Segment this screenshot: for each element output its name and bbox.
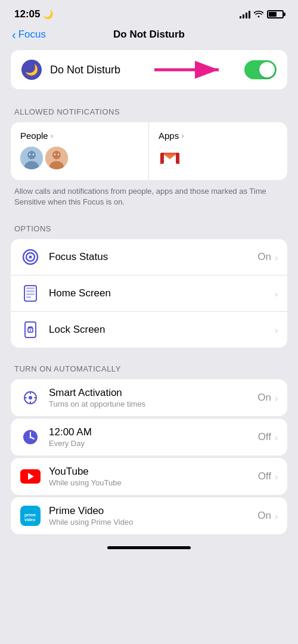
people-cell-title: People ›	[20, 131, 139, 141]
back-button[interactable]: ‹ Focus	[12, 29, 46, 41]
apps-label: Apps	[159, 131, 179, 141]
apps-chevron-icon: ›	[181, 131, 184, 140]
schedule-chevron-icon: ›	[275, 432, 278, 442]
prime-video-subtitle: While using Prime Video	[49, 518, 257, 527]
status-time: 12:05 🌙	[14, 8, 53, 20]
lock-screen-text: Lock Screen	[49, 324, 275, 336]
svg-point-3	[27, 151, 36, 159]
avatar-2	[45, 147, 68, 169]
smart-activation-title: Smart Activation	[49, 387, 257, 399]
svg-point-28	[30, 330, 31, 331]
schedule-icon	[20, 427, 41, 447]
youtube-title: YouTube	[49, 466, 258, 478]
wifi-icon	[254, 10, 263, 19]
navigation-bar: ‹ Focus Do Not Disturb	[0, 24, 298, 50]
prime-video-icon: prime video	[20, 506, 41, 526]
smart-activation-right: On ›	[257, 392, 278, 404]
youtube-value: Off	[258, 470, 271, 482]
youtube-card: YouTube While using YouTube Off ›	[11, 458, 287, 495]
home-screen-right: ›	[275, 289, 278, 299]
allowed-notifications-label: ALLOWED NOTIFICATIONS	[11, 107, 287, 116]
back-label: Focus	[18, 29, 46, 41]
status-icons	[240, 10, 284, 19]
people-chevron-icon: ›	[51, 131, 53, 140]
arrow-indicator	[154, 59, 226, 80]
focus-status-text: Focus Status	[49, 251, 257, 263]
status-bar: 12:05 🌙	[0, 0, 298, 24]
schedule-subtitle: Every Day	[49, 439, 258, 448]
dnd-card-left: 🌙 Do Not Disturb	[21, 60, 120, 80]
allowed-note: Allow calls and notifications from peopl…	[11, 186, 287, 208]
svg-text:video: video	[24, 518, 35, 522]
avatar-1	[20, 147, 43, 169]
schedule-item[interactable]: 12:00 AM Every Day Off ›	[11, 419, 287, 456]
options-section-label: OPTIONS	[11, 224, 287, 233]
svg-point-39	[30, 436, 32, 438]
home-screen-chevron-icon: ›	[275, 289, 278, 299]
smart-activation-text: Smart Activation Turns on at opportune t…	[49, 387, 257, 408]
svg-rect-16	[161, 153, 164, 163]
smart-activation-value: On	[257, 392, 271, 404]
svg-rect-25	[26, 296, 31, 298]
prime-video-title: Prime Video	[49, 505, 257, 517]
people-cell[interactable]: People ›	[11, 122, 149, 180]
prime-video-value: On	[257, 510, 271, 522]
home-screen-icon	[20, 283, 41, 304]
lock-screen-item[interactable]: Lock Screen ›	[11, 311, 287, 348]
focus-status-icon	[20, 247, 41, 267]
svg-rect-22	[26, 287, 35, 289]
lock-screen-right: ›	[275, 325, 278, 335]
youtube-icon	[20, 466, 41, 487]
svg-point-5	[29, 154, 30, 155]
svg-rect-23	[26, 290, 35, 292]
dnd-toggle[interactable]	[244, 60, 277, 79]
smart-activation-item[interactable]: Smart Activation Turns on at opportune t…	[11, 379, 287, 416]
signal-icon	[240, 10, 250, 18]
options-list: Focus Status On › Home Screen	[11, 239, 287, 348]
prime-video-item[interactable]: prime video Prime Video While using Prim…	[11, 497, 287, 534]
lock-screen-chevron-icon: ›	[275, 325, 278, 335]
focus-status-right: On ›	[257, 251, 278, 263]
svg-point-30	[29, 396, 32, 400]
dnd-moon-icon: 🌙	[21, 60, 42, 80]
home-indicator	[107, 546, 191, 549]
youtube-right: Off ›	[258, 470, 278, 482]
youtube-chevron-icon: ›	[275, 472, 278, 482]
schedule-card: 12:00 AM Every Day Off ›	[11, 419, 287, 456]
focus-status-item[interactable]: Focus Status On ›	[11, 239, 287, 275]
youtube-item[interactable]: YouTube While using YouTube Off ›	[11, 458, 287, 495]
svg-point-8	[52, 151, 61, 159]
schedule-text: 12:00 AM Every Day	[49, 426, 258, 448]
page-title: Do Not Disturb	[113, 29, 185, 41]
apps-cell-title: Apps ›	[159, 131, 278, 141]
lock-screen-title: Lock Screen	[49, 324, 275, 336]
youtube-text: YouTube While using YouTube	[49, 466, 258, 487]
smart-activation-card: Smart Activation Turns on at opportune t…	[11, 379, 287, 416]
people-label: People	[20, 131, 48, 141]
dnd-toggle-card: 🌙 Do Not Disturb	[11, 50, 287, 89]
svg-rect-17	[176, 153, 179, 163]
prime-video-text: Prime Video While using Prime Video	[49, 505, 257, 527]
focus-status-chevron-icon: ›	[275, 252, 278, 262]
main-content: 🌙 Do Not Disturb ALLOWED NOTIFICATIONS P…	[0, 50, 298, 534]
svg-point-6	[33, 154, 34, 155]
apps-cell[interactable]: Apps ›	[149, 122, 287, 180]
focus-status-value: On	[257, 251, 271, 263]
back-chevron-icon: ‹	[12, 29, 16, 41]
allowed-notifications-grid: People ›	[11, 122, 287, 180]
home-screen-item[interactable]: Home Screen ›	[11, 275, 287, 311]
dnd-card-label: Do Not Disturb	[50, 64, 120, 76]
home-screen-text: Home Screen	[49, 287, 275, 299]
schedule-right: Off ›	[258, 431, 278, 443]
home-screen-title: Home Screen	[49, 287, 275, 299]
prime-video-right: On ›	[257, 510, 278, 522]
lock-screen-icon	[20, 320, 41, 340]
focus-status-title: Focus Status	[49, 251, 257, 263]
time-label: 12:05	[14, 8, 40, 20]
svg-text:prime: prime	[24, 513, 36, 518]
smart-activation-subtitle: Turns on at opportune times	[49, 400, 257, 408]
prime-video-chevron-icon: ›	[275, 511, 278, 521]
schedule-title: 12:00 AM	[49, 426, 258, 438]
youtube-subtitle: While using YouTube	[49, 478, 258, 487]
svg-point-10	[54, 154, 55, 155]
